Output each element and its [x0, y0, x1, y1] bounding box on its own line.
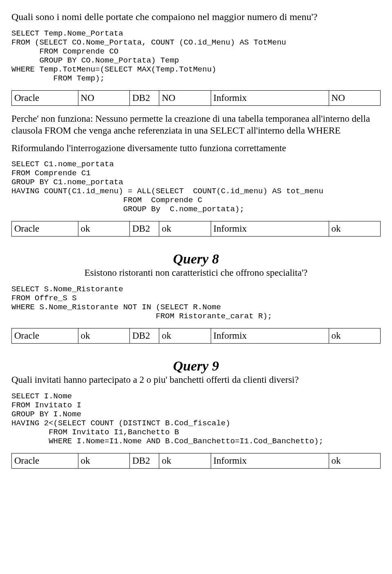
results-table-top-2: Oracle ok DB2 ok Informix ok	[11, 221, 381, 237]
cell-oracle-value: NO	[78, 91, 129, 106]
cell-oracle-label: Oracle	[12, 91, 78, 106]
cell-db2-label: DB2	[129, 453, 159, 469]
explain-paragraph-2: Riformulando l'interrogazione diversamen…	[11, 143, 381, 154]
cell-db2-label: DB2	[129, 221, 159, 237]
query9-question: Quali invitati hanno partecipato a 2 o p…	[11, 375, 381, 385]
table-row: Oracle ok DB2 ok Informix ok	[12, 328, 381, 344]
results-table-q9: Oracle ok DB2 ok Informix ok	[11, 453, 381, 469]
query8-code: SELECT S.Nome_Ristorante FROM Offre_S S …	[11, 285, 381, 321]
cell-db2-value: ok	[159, 328, 211, 344]
cell-informix-label: Informix	[211, 328, 329, 344]
table-row: Oracle ok DB2 ok Informix ok	[12, 453, 381, 469]
query-top-question: Quali sono i nomi delle portate che comp…	[11, 11, 381, 22]
table-row: Oracle NO DB2 NO Informix NO	[12, 91, 381, 106]
cell-informix-label: Informix	[211, 91, 329, 106]
query8-title: Query 8	[11, 251, 381, 267]
cell-informix-value: ok	[329, 328, 380, 344]
cell-db2-label: DB2	[129, 328, 159, 344]
cell-db2-label: DB2	[129, 91, 159, 106]
query9-code: SELECT I.Nome FROM Invitato I GROUP BY I…	[11, 392, 381, 446]
results-table-top-1: Oracle NO DB2 NO Informix NO	[11, 90, 381, 106]
cell-informix-label: Informix	[211, 221, 329, 237]
cell-informix-label: Informix	[211, 453, 329, 469]
cell-oracle-label: Oracle	[12, 221, 78, 237]
cell-db2-value: ok	[159, 221, 211, 237]
cell-oracle-label: Oracle	[12, 328, 78, 344]
cell-oracle-label: Oracle	[12, 453, 78, 469]
query8-question: Esistono ristoranti non caratteristici c…	[11, 268, 381, 278]
query9-title: Query 9	[11, 358, 381, 374]
cell-informix-value: ok	[329, 221, 380, 237]
cell-oracle-value: ok	[78, 328, 129, 344]
cell-informix-value: NO	[329, 91, 380, 106]
explain-paragraph-1: Perche' non funziona: Nessuno permette l…	[11, 113, 381, 137]
cell-db2-value: ok	[159, 453, 211, 469]
results-table-q8: Oracle ok DB2 ok Informix ok	[11, 328, 381, 344]
query-top-code-2: SELECT C1.nome_portata FROM Comprende C1…	[11, 160, 381, 214]
cell-db2-value: NO	[159, 91, 211, 106]
query-top-code-1: SELECT Temp.Nome_Portata FROM (SELECT CO…	[11, 29, 381, 83]
cell-informix-value: ok	[329, 453, 380, 469]
table-row: Oracle ok DB2 ok Informix ok	[12, 221, 381, 237]
cell-oracle-value: ok	[78, 453, 129, 469]
cell-oracle-value: ok	[78, 221, 129, 237]
